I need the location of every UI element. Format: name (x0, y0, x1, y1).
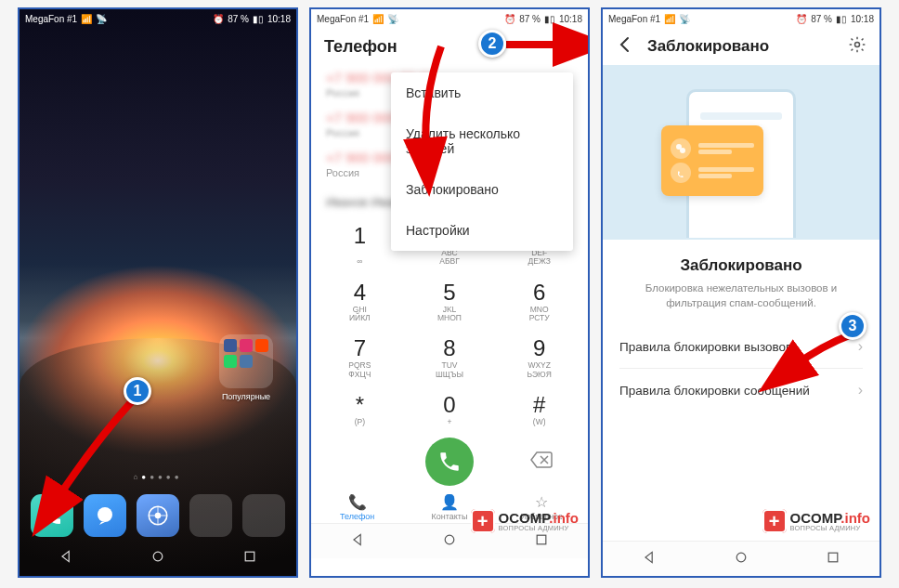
menu-settings[interactable]: Настройки (391, 210, 573, 251)
battery-label: 87 % (519, 14, 541, 24)
watermark: + OCOMP.info ВОПРОСЫ АДМИНУ (471, 509, 579, 533)
alarm-icon: ⏰ (504, 14, 515, 24)
arrow-annotation (44, 396, 146, 516)
key-hash[interactable]: #(W) (494, 385, 584, 432)
watermark: + OCOMP.info ВОПРОСЫ АДМИНУ (762, 509, 870, 533)
blocked-header: Заблокировано (603, 28, 879, 65)
step-badge-1: 1 (124, 377, 151, 405)
key-0[interactable]: 0+ (405, 385, 495, 432)
signal-icon: 📶 (664, 14, 675, 24)
svg-point-10 (736, 553, 746, 562)
tab-phone[interactable]: 📞 Телефон (311, 493, 403, 521)
status-bar: MegaFon #1 📶 📡 ⏰ 87 % ▮▯ 10:18 (311, 9, 588, 28)
carrier-label: MegaFon #1 (317, 14, 369, 24)
key-7[interactable]: 7PQRS ФХЦЧ (315, 328, 405, 385)
signal-icon: 📶 (81, 14, 92, 24)
page-title: Заблокировано (647, 37, 835, 56)
battery-icon: ▮▯ (836, 14, 847, 24)
key-9[interactable]: 9WXYZ ЬЭЮЯ (494, 328, 584, 385)
menu-blocked[interactable]: Заблокировано (391, 169, 573, 210)
hero-illustration (603, 65, 879, 240)
status-bar: MegaFon #1 📶 📡 ⏰ 87 % ▮▯ 10:18 (20, 9, 296, 28)
back-button[interactable] (59, 549, 73, 568)
phone-dialer-screen: MegaFon #1 📶 📡 ⏰ 87 % ▮▯ 10:18 Телефон ⋮… (309, 7, 590, 578)
dial-call-button[interactable] (425, 438, 474, 486)
phone-icon: 📞 (311, 493, 403, 511)
svg-point-9 (680, 148, 685, 153)
hero-card-icon (661, 125, 763, 196)
carrier-label: MegaFon #1 (608, 14, 660, 24)
folder-label: Популярные (216, 392, 276, 401)
dock-folder-1[interactable] (189, 494, 232, 537)
rule-label: Правила блокировки сообщений (619, 384, 810, 398)
folder-icon (219, 334, 273, 388)
svg-rect-4 (246, 552, 255, 561)
signal-icon: 📶 (372, 14, 384, 24)
phone-home-screen: MegaFon #1 📶 📡 ⏰ 87 % ▮▯ 10:18 Популярн (18, 7, 298, 578)
dock-folder-2[interactable] (242, 494, 285, 537)
section-description: Блокировка нежелательных вызовов и фильт… (603, 281, 879, 325)
chevron-right-icon: › (858, 382, 863, 399)
clock-label: 10:18 (559, 14, 582, 24)
step-badge-2: 2 (478, 30, 506, 58)
svg-rect-11 (829, 553, 839, 562)
android-nav-bar (603, 541, 879, 576)
dialer-title: Телефон (324, 37, 397, 57)
alarm-icon: ⏰ (213, 14, 224, 24)
home-button[interactable] (150, 549, 165, 568)
recent-button[interactable] (242, 549, 257, 568)
back-button[interactable] (616, 35, 634, 58)
wifi-icon: 📡 (96, 14, 107, 24)
carrier-label: MegaFon #1 (25, 14, 77, 24)
arrow-annotation (502, 33, 580, 58)
section-title: Заблокировано (603, 240, 879, 281)
key-star[interactable]: *(P) (315, 385, 405, 432)
step-badge-3: 3 (839, 312, 866, 340)
wifi-icon: 📡 (679, 14, 690, 24)
battery-icon: ▮▯ (544, 14, 555, 24)
watermark-icon: + (471, 509, 495, 533)
svg-point-7 (855, 43, 860, 47)
back-button[interactable] (350, 532, 365, 551)
home-folder[interactable]: Популярные (216, 334, 276, 401)
key-8[interactable]: 8TUV ШЩЪЫ (405, 328, 495, 385)
back-button[interactable] (642, 550, 657, 568)
watermark-icon: + (762, 509, 787, 533)
rule-label: Правила блокировки вызовов (619, 340, 792, 354)
clock-label: 10:18 (851, 14, 874, 24)
phone-blocked-screen: MegaFon #1 📶 📡 ⏰ 87 % ▮▯ 10:18 Заблокиро… (601, 7, 881, 578)
rule-sms-blocking[interactable]: Правила блокировки сообщений › (603, 369, 879, 412)
svg-rect-6 (538, 535, 547, 544)
android-nav-bar (20, 541, 296, 576)
clock-label: 10:18 (267, 14, 291, 24)
svg-point-5 (445, 535, 454, 544)
home-button[interactable] (442, 532, 457, 551)
battery-label: 87 % (811, 14, 832, 24)
recent-button[interactable] (826, 550, 840, 568)
key-5[interactable]: 5JKL МНОП (405, 272, 495, 329)
settings-button[interactable] (848, 35, 866, 58)
status-bar: MegaFon #1 📶 📡 ⏰ 87 % ▮▯ 10:18 (603, 9, 879, 28)
battery-icon: ▮▯ (253, 14, 264, 24)
home-button[interactable] (734, 550, 749, 568)
recent-button[interactable] (534, 532, 549, 551)
alarm-icon: ⏰ (796, 14, 807, 24)
arrow-annotation (404, 43, 450, 163)
key-4[interactable]: 4GHI ИЙКЛ (315, 272, 405, 329)
key-6[interactable]: 6MNO РСТУ (494, 272, 584, 329)
battery-label: 87 % (228, 14, 249, 24)
wifi-icon: 📡 (387, 14, 398, 24)
svg-point-3 (153, 552, 163, 561)
backspace-button[interactable] (496, 451, 588, 473)
